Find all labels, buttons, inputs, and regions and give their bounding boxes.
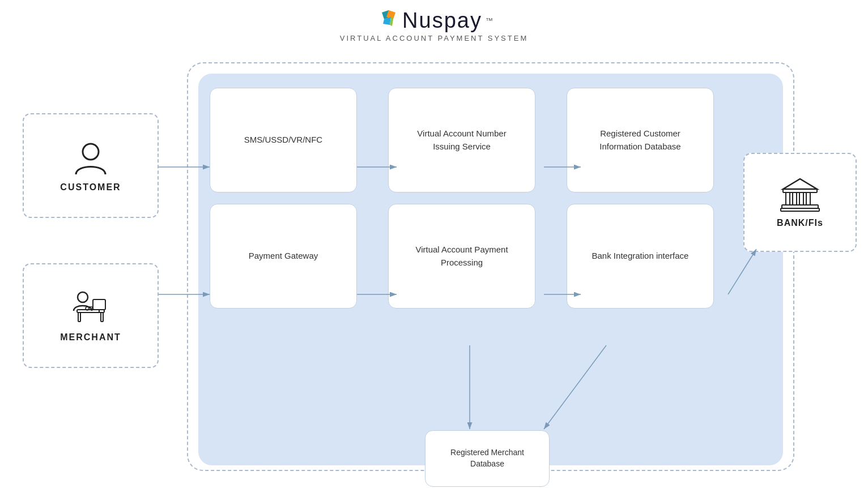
components-grid: SMS/USSD/VR/NFC Virtual Account NumberIs…	[210, 88, 714, 309]
bank-box: BANK/FIs	[743, 153, 857, 252]
logo: Nuspay ™	[375, 8, 493, 33]
trademark: ™	[486, 16, 493, 25]
registered-customer-box: Registered CustomerInformation Database	[567, 88, 714, 192]
customer-box: CUSTOMER	[23, 113, 159, 218]
sms-box: SMS/USSD/VR/NFC	[210, 88, 357, 192]
logo-text: Nuspay	[402, 8, 482, 33]
svg-point-5	[78, 292, 88, 302]
merchant-db-box: Registered MerchantDatabase	[425, 430, 550, 487]
svg-rect-7	[78, 313, 80, 322]
bank-integration-box: Bank Integration interface	[567, 204, 714, 309]
page-subtitle: VIRTUAL ACCOUNT PAYMENT SYSTEM	[340, 34, 528, 42]
merchant-label: MERCHANT	[60, 332, 121, 343]
diagram-area: CUSTOMER MERCHANT	[0, 57, 868, 482]
svg-rect-18	[799, 192, 803, 205]
nuspay-logo-icon	[375, 8, 400, 33]
merchant-box: MERCHANT	[23, 263, 159, 368]
payment-gateway-box: Payment Gateway	[210, 204, 357, 309]
svg-rect-17	[793, 192, 797, 205]
svg-rect-9	[93, 299, 105, 310]
customer-icon	[71, 139, 110, 178]
svg-marker-14	[783, 179, 817, 189]
left-entities: CUSTOMER MERCHANT	[23, 113, 159, 368]
svg-rect-21	[781, 208, 819, 211]
bank-label: BANK/FIs	[777, 218, 823, 228]
svg-rect-16	[786, 192, 790, 205]
merchant-icon	[70, 289, 111, 328]
svg-rect-8	[101, 313, 103, 322]
svg-point-4	[83, 144, 99, 160]
customer-label: CUSTOMER	[60, 182, 121, 192]
svg-rect-19	[806, 192, 810, 205]
bank-icon	[780, 177, 820, 213]
page-header: Nuspay ™ VIRTUAL ACCOUNT PAYMENT SYSTEM	[0, 0, 868, 42]
va-payment-box: Virtual Account PaymentProcessing	[388, 204, 535, 309]
van-issuing-box: Virtual Account NumberIssuing Service	[388, 88, 535, 192]
